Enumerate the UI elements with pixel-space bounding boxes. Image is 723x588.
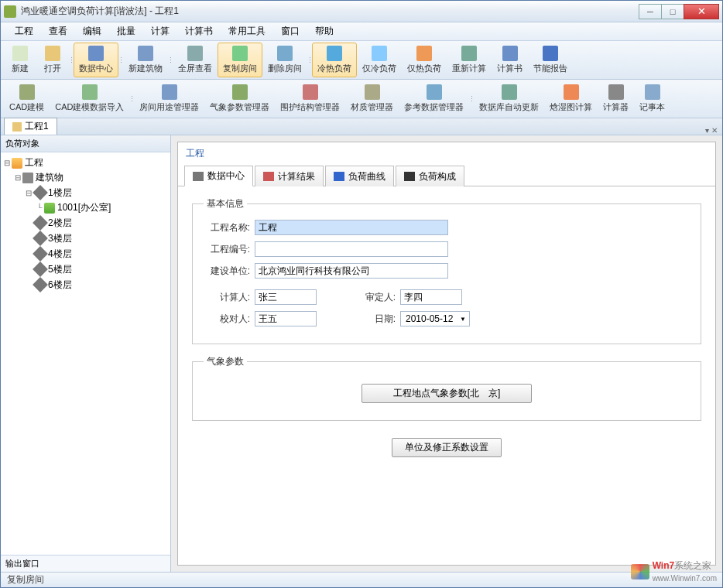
panel-title: 工程: [178, 142, 715, 165]
toolbar-新建筑物[interactable]: 新建筑物: [123, 43, 168, 77]
unit-coefficient-button[interactable]: 单位及修正系数设置: [392, 438, 502, 457]
toolbar-重新计算[interactable]: 重新计算: [447, 43, 492, 77]
toolbar-焓湿图计算[interactable]: 焓湿图计算: [544, 81, 598, 116]
input-calculator[interactable]: [255, 289, 317, 305]
toolbar-icon: [365, 84, 380, 100]
app-icon: [4, 5, 16, 18]
menu-report[interactable]: 计算书: [177, 22, 221, 40]
toolbar-全屏查看[interactable]: 全屏查看: [173, 43, 218, 77]
result-icon: [263, 172, 274, 181]
bars-icon: [404, 172, 415, 181]
menu-tools[interactable]: 常用工具: [221, 22, 273, 40]
minimize-button[interactable]: ─: [639, 4, 662, 19]
form-area: 基本信息 工程名称: 工程编号: 建设单位: 计算人: 审定人: 校对人: 日期…: [178, 186, 715, 565]
close-button[interactable]: ✕: [684, 4, 719, 19]
menu-window[interactable]: 窗口: [273, 22, 307, 40]
sidebar-header: 负荷对象: [1, 135, 170, 152]
toolbar-icon: [502, 84, 517, 100]
toolbar-节能报告[interactable]: 节能报告: [528, 43, 573, 77]
toolbar-icon: [327, 46, 342, 61]
fieldset-basic: 基本信息 工程名称: 工程编号: 建设单位: 计算人: 审定人: 校对人: 日期…: [192, 197, 701, 344]
toolbar-房间用途管理器[interactable]: 房间用途管理器: [134, 81, 204, 116]
input-date[interactable]: [403, 313, 458, 325]
toolbar-仅冷负荷[interactable]: 仅冷负荷: [357, 43, 402, 77]
toolbar-计算书[interactable]: 计算书: [492, 43, 528, 77]
toolbar-CAD建模[interactable]: CAD建模: [4, 81, 50, 116]
menu-edit[interactable]: 编辑: [75, 22, 109, 40]
toolbar-icon: [427, 84, 442, 100]
watermark-logo-icon: [631, 564, 649, 579]
tab-composition[interactable]: 负荷构成: [396, 166, 464, 186]
toolbar-icon: [45, 46, 60, 61]
toolbar-icon: [608, 84, 624, 100]
maximize-button[interactable]: □: [661, 4, 684, 19]
input-checker[interactable]: [255, 311, 317, 326]
menu-calc[interactable]: 计算: [143, 22, 177, 40]
content-area: 负荷对象 ⊟工程 ⊟建筑物 ⊟1楼层 └1001[办公室] 2楼层 3楼层 4楼…: [1, 135, 722, 572]
toolbar-复制房间[interactable]: 复制房间: [218, 43, 262, 77]
status-text: 复制房间: [7, 573, 44, 586]
tree-project[interactable]: ⊟工程: [2, 156, 169, 170]
toolbar-材质管理器[interactable]: 材质管理器: [345, 81, 399, 116]
toolbar-仅热负荷[interactable]: 仅热负荷: [402, 43, 447, 77]
meteo-location-button[interactable]: 工程地点气象参数[北 京]: [362, 384, 532, 403]
toolbar-数据库自动更新[interactable]: 数据库自动更新: [474, 81, 544, 116]
tree-room[interactable]: └1001[办公室]: [2, 200, 169, 215]
panel: 工程 数据中心 计算结果 负荷曲线 负荷构成 基本信息 工程名称: 工程编号: …: [177, 142, 716, 566]
toolbar-记事本[interactable]: 记事本: [634, 81, 670, 116]
toolbar-删除房间[interactable]: 删除房间: [262, 43, 307, 77]
toolbar-气象参数管理器[interactable]: 气象参数管理器: [204, 81, 275, 116]
tab-data-center[interactable]: 数据中心: [184, 166, 253, 186]
sidebar: 负荷对象 ⊟工程 ⊟建筑物 ⊟1楼层 └1001[办公室] 2楼层 3楼层 4楼…: [1, 135, 171, 572]
toolbar-数据中心[interactable]: 数据中心: [74, 43, 118, 77]
statusbar: 复制房间: [1, 572, 722, 587]
tree-floor-3[interactable]: 3楼层: [2, 231, 169, 246]
toolbar-icon: [502, 46, 518, 61]
menu-view[interactable]: 查看: [41, 22, 75, 40]
document-tab[interactable]: 工程1: [4, 118, 57, 135]
input-project-name[interactable]: [255, 220, 448, 235]
toolbar-icon: [645, 84, 660, 100]
toolbar-参考数据管理器[interactable]: 参考数据管理器: [399, 81, 469, 116]
tree-building[interactable]: ⊟建筑物: [2, 170, 169, 185]
toolbar-icon: [372, 46, 387, 61]
tab-curve[interactable]: 负荷曲线: [325, 166, 394, 186]
sidebar-footer[interactable]: 输出窗口: [1, 555, 170, 572]
tree-floor-1[interactable]: ⊟1楼层: [2, 185, 169, 200]
chart-icon: [334, 172, 344, 181]
menu-project[interactable]: 工程: [7, 22, 41, 40]
toolbar-icon: [303, 84, 318, 100]
input-project-number[interactable]: [255, 241, 448, 257]
toolbar-icon: [12, 46, 28, 61]
toolbar-secondary: CAD建模CAD建模数据导入⋮房间用途管理器气象参数管理器围护结构管理器材质管理…: [1, 80, 722, 118]
label-date: 日期:: [349, 313, 396, 326]
input-reviewer[interactable]: [400, 289, 462, 305]
toolbar-冷热负荷[interactable]: 冷热负荷: [312, 43, 357, 77]
toolbar-CAD建模数据导入[interactable]: CAD建模数据导入: [50, 81, 129, 116]
window-title: 鸿业暖通空调负荷计算[谐波法] - 工程1: [21, 5, 639, 18]
toolbar-icon: [277, 46, 293, 61]
document-tab-label: 工程1: [25, 120, 49, 133]
tree-view[interactable]: ⊟工程 ⊟建筑物 ⊟1楼层 └1001[办公室] 2楼层 3楼层 4楼层 5楼层…: [1, 152, 170, 555]
menu-batch[interactable]: 批量: [109, 22, 143, 40]
toolbar-围护结构管理器[interactable]: 围护结构管理器: [275, 81, 345, 116]
toolbar-icon: [88, 46, 104, 61]
toolbar-新建[interactable]: 新建: [4, 43, 36, 77]
tree-floor-5[interactable]: 5楼层: [2, 262, 169, 277]
tab-results[interactable]: 计算结果: [255, 166, 324, 186]
watermark: Win7系统之家www.Winwin7.com: [631, 559, 717, 583]
date-picker[interactable]: ▼: [400, 311, 470, 326]
menu-help[interactable]: 帮助: [307, 22, 341, 40]
tree-floor-4[interactable]: 4楼层: [2, 246, 169, 262]
tree-floor-2[interactable]: 2楼层: [2, 215, 169, 231]
label-unit: 建设单位:: [204, 265, 250, 278]
toolbar-icon: [138, 46, 153, 61]
input-construction-unit[interactable]: [255, 263, 448, 279]
chevron-down-icon[interactable]: ▼: [458, 316, 468, 323]
legend-meteo: 气象参数: [204, 355, 247, 368]
toolbar-打开[interactable]: 打开: [36, 43, 69, 77]
toolbar-计算器[interactable]: 计算器: [598, 81, 634, 116]
tree-floor-6[interactable]: 6楼层: [2, 277, 169, 292]
tabs-close-area[interactable]: ▾ ✕: [701, 126, 722, 135]
toolbar-icon: [187, 46, 203, 61]
